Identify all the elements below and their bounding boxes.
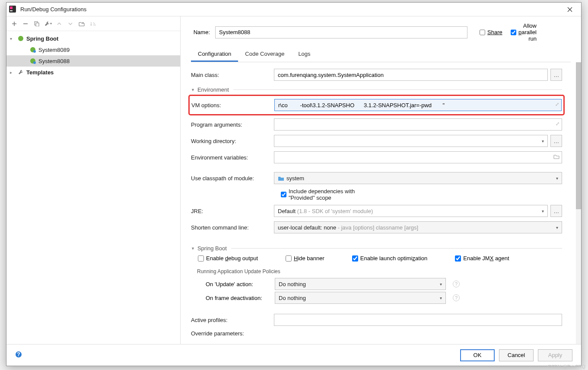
classpath-label: Use classpath of module: xyxy=(191,175,274,182)
on-frame-combo[interactable]: Do nothing▾ xyxy=(275,292,446,304)
update-policies-label: Running Application Update Policies xyxy=(197,268,562,274)
svg-text:?: ? xyxy=(17,351,20,357)
tree-node-spring-boot[interactable]: ▾ Spring Boot xyxy=(6,33,180,44)
minus-icon xyxy=(23,21,28,26)
copy-icon xyxy=(34,21,39,26)
tree-label: System8089 xyxy=(38,47,70,53)
vm-options-input[interactable] xyxy=(274,99,562,111)
right-panel: Name: Share Allow parallel run Configura… xyxy=(181,16,581,344)
active-profiles-label: Active profiles: xyxy=(191,317,274,323)
browse-main-class-button[interactable]: … xyxy=(550,69,562,81)
svg-point-9 xyxy=(33,61,36,64)
spring-icon xyxy=(17,35,25,41)
titlebar: Run/Debug Configurations xyxy=(6,3,581,16)
remove-button[interactable] xyxy=(20,19,31,29)
ok-button[interactable]: OK xyxy=(460,349,495,361)
expand-icon[interactable]: ⤢ xyxy=(555,102,559,107)
tree-toolbar: ▾ xyxy=(6,16,180,31)
environment-section[interactable]: ▼ Environment xyxy=(191,86,562,93)
cancel-button[interactable]: Cancel xyxy=(499,349,534,361)
jre-combo[interactable]: Default (1.8 - SDK of 'system' module) ▾ xyxy=(274,205,548,217)
spring-boot-section[interactable]: ▼ Spring Boot xyxy=(191,245,562,252)
folder-button[interactable] xyxy=(76,19,87,29)
svg-rect-2 xyxy=(10,10,13,11)
browse-jre-button[interactable]: … xyxy=(550,205,562,217)
env-vars-input[interactable] xyxy=(274,151,562,163)
hide-banner-checkbox[interactable]: Hide banner xyxy=(286,255,324,262)
svg-point-5 xyxy=(18,36,23,41)
chevron-down-icon: ▾ xyxy=(10,36,17,41)
chevron-up-icon xyxy=(57,22,61,26)
classpath-combo[interactable]: system ▾ xyxy=(274,172,562,184)
tab-code-coverage[interactable]: Code Coverage xyxy=(238,46,291,62)
allow-parallel-checkbox[interactable]: Allow parallel run xyxy=(511,22,530,42)
expand-icon[interactable]: ⤢ xyxy=(556,121,559,127)
svg-point-7 xyxy=(33,50,36,53)
browse-envvars-icon[interactable] xyxy=(553,154,559,160)
run-debug-dialog: Run/Debug Configurations ▾ xyxy=(6,2,582,366)
config-tree[interactable]: ▾ Spring Boot System8089 System8088 ▸ xyxy=(6,31,180,344)
vm-options-label: VM options: xyxy=(191,102,274,108)
jre-label: JRE: xyxy=(191,208,274,214)
tree-label: System8088 xyxy=(38,58,70,64)
working-dir-combo[interactable]: ▾ xyxy=(274,135,548,147)
on-frame-label: On frame deactivation: xyxy=(197,295,275,301)
share-checkbox[interactable]: Share xyxy=(480,29,499,35)
plus-icon xyxy=(12,21,17,26)
move-up-button[interactable] xyxy=(54,19,64,29)
move-down-button[interactable] xyxy=(65,19,76,29)
sort-icon xyxy=(90,21,96,26)
chevron-down-icon: ▾ xyxy=(440,296,442,300)
svg-rect-4 xyxy=(36,23,39,26)
name-input[interactable] xyxy=(215,26,467,38)
enable-jmx-checkbox[interactable]: Enable JMX agent xyxy=(455,255,509,262)
watermark: CSDN @EricFRQ xyxy=(547,364,585,369)
chevron-down-icon: ▼ xyxy=(191,246,195,251)
intellij-logo-icon xyxy=(9,6,17,13)
on-update-label: On 'Update' action: xyxy=(197,281,275,287)
copy-button[interactable] xyxy=(32,19,42,29)
include-provided-checkbox[interactable]: Include dependencies with "Provided" sco… xyxy=(281,188,364,201)
enable-launch-checkbox[interactable]: Enable launch optimization xyxy=(352,255,427,262)
main-class-input[interactable] xyxy=(274,69,548,81)
edit-defaults-button[interactable]: ▾ xyxy=(43,19,53,29)
tree-node-templates[interactable]: ▸ Templates xyxy=(6,67,180,78)
sort-button[interactable] xyxy=(88,19,98,29)
section-label: Spring Boot xyxy=(197,245,227,252)
tree-node-system8088[interactable]: System8088 xyxy=(6,55,180,67)
wrench-icon xyxy=(44,21,50,27)
vertical-scrollbar[interactable] xyxy=(576,62,581,344)
enable-debug-checkbox[interactable]: Enable debug output xyxy=(198,255,258,262)
shorten-cmd-label: Shorten command line: xyxy=(191,224,274,231)
program-args-input[interactable] xyxy=(274,118,562,131)
chevron-down-icon: ▾ xyxy=(542,139,544,144)
help-icon[interactable]: ? xyxy=(453,281,460,287)
section-label: Environment xyxy=(197,86,229,93)
help-icon: ? xyxy=(15,351,22,358)
vm-options-highlight: VM options: ⤢ xyxy=(188,95,565,115)
tree-label: Spring Boot xyxy=(26,35,58,42)
active-profiles-input[interactable] xyxy=(274,314,562,326)
tab-configuration[interactable]: Configuration xyxy=(191,46,238,62)
shorten-combo[interactable]: user-local default: none - java [options… xyxy=(274,221,562,233)
add-button[interactable] xyxy=(9,19,19,29)
working-dir-label: Working directory: xyxy=(191,138,274,144)
wrench-icon xyxy=(17,69,25,75)
chevron-down-icon xyxy=(68,22,73,26)
help-icon[interactable]: ? xyxy=(453,294,460,301)
dialog-footer: ? OK Cancel Apply xyxy=(6,344,581,366)
apply-button[interactable]: Apply xyxy=(538,349,572,361)
folder-plus-icon xyxy=(79,21,85,26)
tab-logs[interactable]: Logs xyxy=(291,46,317,62)
browse-workdir-button[interactable]: … xyxy=(550,135,562,147)
spring-icon xyxy=(29,58,37,64)
close-button[interactable] xyxy=(561,3,578,16)
chevron-down-icon: ▾ xyxy=(556,225,558,230)
tree-node-system8089[interactable]: System8089 xyxy=(6,44,180,55)
on-update-combo[interactable]: Do nothing▾ xyxy=(275,278,446,290)
left-panel: ▾ ▾ Spring Boot System8089 xyxy=(6,16,181,344)
tabs: Configuration Code Coverage Logs xyxy=(191,46,571,62)
name-label: Name: xyxy=(191,29,210,35)
help-button[interactable]: ? xyxy=(15,351,22,360)
scrollbar-thumb[interactable] xyxy=(576,62,581,209)
